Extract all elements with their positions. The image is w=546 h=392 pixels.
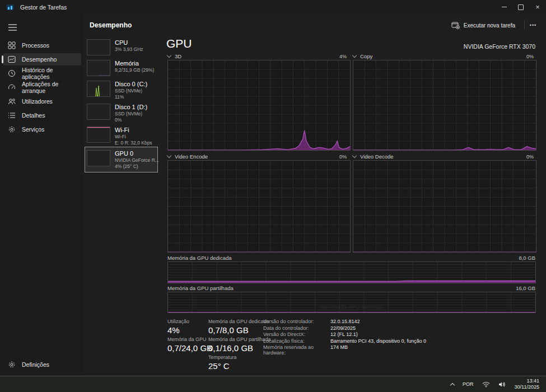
- chart-video-decode: [353, 160, 536, 253]
- close-button[interactable]: ×: [529, 0, 546, 14]
- run-task-label: Executar nova tarefa: [464, 22, 515, 29]
- memory-thumbnail-chart: [87, 60, 110, 76]
- processes-icon: [8, 41, 16, 49]
- perf-item-title: GPU 0: [115, 150, 157, 157]
- hamburger-icon: [8, 24, 17, 31]
- dedicated-memory-max: 8,0 GB: [519, 255, 535, 261]
- run-task-icon: [451, 22, 460, 29]
- perf-item-sub: 3% 3,93 GHz: [115, 46, 143, 53]
- panel-label: Video Decode: [360, 153, 394, 160]
- detail-row: Data do controlador:22/09/2025: [263, 325, 426, 331]
- detail-row: Versão do controlador:32.0.15.8142: [263, 319, 426, 324]
- system-tray: POR 13:41 30/11/2025: [449, 376, 542, 392]
- details-icon: [8, 111, 16, 119]
- task-manager-window: Gestor de Tarefas × Processos Desempenho: [0, 0, 546, 392]
- panel-label: 3D: [175, 53, 181, 59]
- wifi-thumbnail-chart: [87, 127, 110, 143]
- perf-item-sub: 0%: [115, 117, 147, 123]
- chart-copy: [353, 60, 536, 151]
- chevron-down-icon: [167, 153, 171, 158]
- close-icon: ×: [535, 3, 539, 11]
- speaker-icon: [498, 381, 506, 388]
- tray-volume-button[interactable]: [497, 378, 507, 390]
- sidebar-item-label: Desempenho: [22, 56, 57, 63]
- taskbar: POR 13:41 30/11/2025: [0, 376, 546, 392]
- window-title: Gestor de Tarefas: [20, 4, 67, 11]
- perf-item-disk1[interactable]: Disco 1 (D:) SSD (NVMe) 0%: [87, 104, 157, 123]
- detail-row: Localização física:Barramento PCI 43, di…: [263, 338, 426, 344]
- shared-memory-max: 16,0 GB: [516, 285, 535, 291]
- tray-date: 30/11/2025: [515, 384, 539, 390]
- gpu-section-title: GPU: [166, 37, 192, 50]
- perf-item-sub: E: 0 R: 32,0 Kbps: [115, 140, 152, 146]
- sidebar-item-label: Detalhes: [22, 112, 45, 119]
- panel-label: Copy: [360, 53, 372, 59]
- sidebar-item-label: Utilizadores: [22, 98, 53, 105]
- sidebar-item-definicoes[interactable]: Definições: [3, 358, 81, 371]
- detail-row: Memória reservada ao hardware:174 MB: [263, 344, 426, 356]
- gpu-memory-label: Memória da GPU: [167, 337, 207, 342]
- tray-time: 13:41: [526, 378, 539, 384]
- gear-icon: [8, 361, 16, 368]
- sidebar-item-arranque[interactable]: Aplicações de arranque: [3, 81, 81, 94]
- perf-item-sub: NVIDIA GeForce R...: [115, 157, 157, 164]
- app-history-icon: [8, 69, 16, 77]
- perf-item-disk0[interactable]: Disco 0 (C:) SSD (NVMe) 11%: [87, 81, 157, 100]
- sidebar-item-processos[interactable]: Processos: [3, 39, 81, 52]
- minimize-icon: [502, 7, 507, 7]
- perf-item-memory[interactable]: Memória 9,2/31,9 GB (29%): [87, 60, 157, 76]
- perf-item-cpu[interactable]: CPU 3% 3,93 GHz: [87, 39, 157, 55]
- temperature-value: 25° C: [208, 361, 230, 371]
- sidebar-item-label: Serviços: [22, 126, 44, 133]
- perf-item-sub: 4% (25° C): [115, 164, 157, 170]
- more-options-button[interactable]: •••: [526, 18, 540, 32]
- tray-network-button[interactable]: [480, 378, 492, 390]
- sidebar-item-label: Aplicações de arranque: [22, 81, 81, 94]
- sidebar-item-detalhes[interactable]: Detalhes: [3, 109, 81, 122]
- maximize-icon: [518, 4, 524, 10]
- dedicated-stat-value: 0,7/8,0 GB: [208, 325, 249, 335]
- gpu-detail-rows: Versão do controlador:32.0.15.8142 Data …: [263, 319, 426, 356]
- run-new-task-button[interactable]: Executar nova tarefa: [446, 18, 520, 32]
- panel-value-copy: 0%: [526, 54, 534, 59]
- title-bar: Gestor de Tarefas ×: [0, 0, 546, 14]
- maximize-button[interactable]: [512, 0, 529, 14]
- panel-value-video-encode: 0%: [339, 154, 347, 160]
- gpu-thumbnail-chart: [87, 150, 110, 166]
- perf-item-sub: 9,2/31,9 GB (29%): [115, 67, 154, 73]
- perf-item-sub: SSD (NVMe): [115, 111, 147, 117]
- chevron-down-icon: [167, 53, 171, 58]
- tray-hidden-icons-button[interactable]: [449, 378, 456, 390]
- panel-header-3d[interactable]: 3D: [167, 53, 181, 59]
- tray-clock[interactable]: 13:41 30/11/2025: [512, 378, 542, 390]
- perf-item-wifi[interactable]: Wi-Fi Wi-Fi E: 0 R: 32,0 Kbps: [87, 127, 157, 146]
- minimize-button[interactable]: [496, 0, 512, 14]
- sidebar-item-desempenho[interactable]: Desempenho: [3, 53, 81, 66]
- startup-apps-icon: [8, 83, 16, 91]
- more-icon: •••: [530, 22, 536, 28]
- sidebar-item-historico[interactable]: Histórico de aplicações: [3, 67, 81, 80]
- panel-header-copy[interactable]: Copy: [353, 53, 372, 59]
- perf-item-sub: 11%: [115, 94, 147, 100]
- sidebar-item-utilizadores[interactable]: Utilizadores: [3, 95, 81, 108]
- chevron-down-icon: [352, 153, 357, 158]
- temperature-label: Temperatura: [208, 354, 237, 360]
- sidebar: Processos Desempenho Histórico de aplica…: [0, 14, 84, 376]
- sidebar-item-servicos[interactable]: Serviços: [3, 123, 81, 136]
- gpu-device-name: NVIDIA GeForce RTX 3070: [464, 43, 535, 50]
- hamburger-menu-button[interactable]: [3, 20, 22, 35]
- panel-header-video-encode[interactable]: Video Encode: [167, 153, 208, 160]
- tray-language-button[interactable]: POR: [461, 378, 475, 390]
- header-divider: [524, 21, 525, 30]
- chart-3d: [167, 60, 351, 151]
- sidebar-item-label: Histórico de aplicações: [22, 67, 81, 80]
- chart-dedicated-memory: [167, 262, 536, 283]
- shared-memory-label: Memória da GPU partilhada: [167, 285, 234, 291]
- sidebar-item-label: Definições: [22, 361, 49, 368]
- panel-header-video-decode[interactable]: Video Decode: [353, 153, 394, 160]
- perf-item-title: Wi-Fi: [115, 127, 152, 134]
- utilization-value: 4%: [167, 325, 180, 335]
- perf-item-gpu0[interactable]: GPU 0 NVIDIA GeForce R... 4% (25° C): [85, 147, 157, 172]
- page-title: Desempenho: [90, 21, 132, 29]
- dedicated-memory-label: Memória da GPU dedicada: [167, 255, 232, 261]
